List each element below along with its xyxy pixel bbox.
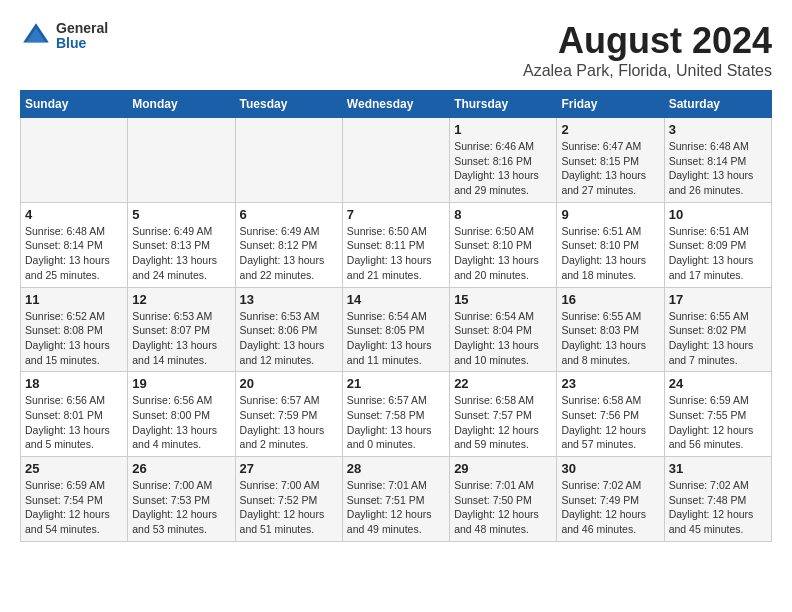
day-info: Sunrise: 6:55 AM Sunset: 8:02 PM Dayligh… [669,309,767,368]
calendar-cell: 7Sunrise: 6:50 AM Sunset: 8:11 PM Daylig… [342,202,449,287]
col-header-friday: Friday [557,91,664,118]
day-info: Sunrise: 6:55 AM Sunset: 8:03 PM Dayligh… [561,309,659,368]
day-number: 13 [240,292,338,307]
calendar-cell: 31Sunrise: 7:02 AM Sunset: 7:48 PM Dayli… [664,457,771,542]
day-number: 30 [561,461,659,476]
day-number: 8 [454,207,552,222]
day-number: 3 [669,122,767,137]
day-info: Sunrise: 6:59 AM Sunset: 7:54 PM Dayligh… [25,478,123,537]
day-number: 18 [25,376,123,391]
day-number: 16 [561,292,659,307]
calendar-cell [342,118,449,203]
day-number: 7 [347,207,445,222]
day-info: Sunrise: 6:59 AM Sunset: 7:55 PM Dayligh… [669,393,767,452]
day-info: Sunrise: 7:01 AM Sunset: 7:50 PM Dayligh… [454,478,552,537]
day-info: Sunrise: 6:56 AM Sunset: 8:00 PM Dayligh… [132,393,230,452]
day-number: 12 [132,292,230,307]
day-number: 22 [454,376,552,391]
day-info: Sunrise: 6:50 AM Sunset: 8:10 PM Dayligh… [454,224,552,283]
day-info: Sunrise: 7:00 AM Sunset: 7:52 PM Dayligh… [240,478,338,537]
day-number: 6 [240,207,338,222]
calendar-cell: 30Sunrise: 7:02 AM Sunset: 7:49 PM Dayli… [557,457,664,542]
day-info: Sunrise: 7:02 AM Sunset: 7:48 PM Dayligh… [669,478,767,537]
calendar-cell: 20Sunrise: 6:57 AM Sunset: 7:59 PM Dayli… [235,372,342,457]
calendar-cell: 5Sunrise: 6:49 AM Sunset: 8:13 PM Daylig… [128,202,235,287]
logo: General Blue [20,20,108,52]
calendar-cell: 23Sunrise: 6:58 AM Sunset: 7:56 PM Dayli… [557,372,664,457]
calendar-week-2: 4Sunrise: 6:48 AM Sunset: 8:14 PM Daylig… [21,202,772,287]
calendar-cell: 25Sunrise: 6:59 AM Sunset: 7:54 PM Dayli… [21,457,128,542]
calendar-week-5: 25Sunrise: 6:59 AM Sunset: 7:54 PM Dayli… [21,457,772,542]
calendar-cell: 12Sunrise: 6:53 AM Sunset: 8:07 PM Dayli… [128,287,235,372]
calendar-week-3: 11Sunrise: 6:52 AM Sunset: 8:08 PM Dayli… [21,287,772,372]
day-info: Sunrise: 6:46 AM Sunset: 8:16 PM Dayligh… [454,139,552,198]
day-number: 17 [669,292,767,307]
calendar-cell: 29Sunrise: 7:01 AM Sunset: 7:50 PM Dayli… [450,457,557,542]
day-info: Sunrise: 6:49 AM Sunset: 8:12 PM Dayligh… [240,224,338,283]
calendar-week-4: 18Sunrise: 6:56 AM Sunset: 8:01 PM Dayli… [21,372,772,457]
day-info: Sunrise: 6:53 AM Sunset: 8:07 PM Dayligh… [132,309,230,368]
day-info: Sunrise: 6:49 AM Sunset: 8:13 PM Dayligh… [132,224,230,283]
col-header-tuesday: Tuesday [235,91,342,118]
day-info: Sunrise: 6:56 AM Sunset: 8:01 PM Dayligh… [25,393,123,452]
day-info: Sunrise: 7:00 AM Sunset: 7:53 PM Dayligh… [132,478,230,537]
col-header-sunday: Sunday [21,91,128,118]
day-number: 29 [454,461,552,476]
day-number: 20 [240,376,338,391]
day-number: 10 [669,207,767,222]
day-info: Sunrise: 6:58 AM Sunset: 7:57 PM Dayligh… [454,393,552,452]
day-info: Sunrise: 6:57 AM Sunset: 7:58 PM Dayligh… [347,393,445,452]
calendar-cell: 15Sunrise: 6:54 AM Sunset: 8:04 PM Dayli… [450,287,557,372]
day-info: Sunrise: 6:51 AM Sunset: 8:09 PM Dayligh… [669,224,767,283]
calendar-cell: 18Sunrise: 6:56 AM Sunset: 8:01 PM Dayli… [21,372,128,457]
calendar-cell: 9Sunrise: 6:51 AM Sunset: 8:10 PM Daylig… [557,202,664,287]
page-title: August 2024 [523,20,772,62]
calendar-table: SundayMondayTuesdayWednesdayThursdayFrid… [20,90,772,542]
calendar-cell: 2Sunrise: 6:47 AM Sunset: 8:15 PM Daylig… [557,118,664,203]
page-subtitle: Azalea Park, Florida, United States [523,62,772,80]
day-info: Sunrise: 6:58 AM Sunset: 7:56 PM Dayligh… [561,393,659,452]
day-info: Sunrise: 6:50 AM Sunset: 8:11 PM Dayligh… [347,224,445,283]
col-header-thursday: Thursday [450,91,557,118]
day-info: Sunrise: 6:47 AM Sunset: 8:15 PM Dayligh… [561,139,659,198]
calendar-header-row: SundayMondayTuesdayWednesdayThursdayFrid… [21,91,772,118]
day-info: Sunrise: 6:48 AM Sunset: 8:14 PM Dayligh… [669,139,767,198]
day-info: Sunrise: 7:02 AM Sunset: 7:49 PM Dayligh… [561,478,659,537]
day-info: Sunrise: 6:51 AM Sunset: 8:10 PM Dayligh… [561,224,659,283]
day-info: Sunrise: 6:57 AM Sunset: 7:59 PM Dayligh… [240,393,338,452]
calendar-cell: 14Sunrise: 6:54 AM Sunset: 8:05 PM Dayli… [342,287,449,372]
day-number: 1 [454,122,552,137]
day-number: 4 [25,207,123,222]
col-header-wednesday: Wednesday [342,91,449,118]
day-number: 14 [347,292,445,307]
day-number: 11 [25,292,123,307]
col-header-saturday: Saturday [664,91,771,118]
logo-general: General [56,21,108,36]
calendar-cell: 13Sunrise: 6:53 AM Sunset: 8:06 PM Dayli… [235,287,342,372]
calendar-cell [21,118,128,203]
day-number: 9 [561,207,659,222]
calendar-cell: 1Sunrise: 6:46 AM Sunset: 8:16 PM Daylig… [450,118,557,203]
logo-icon [20,20,52,52]
calendar-cell: 17Sunrise: 6:55 AM Sunset: 8:02 PM Dayli… [664,287,771,372]
day-info: Sunrise: 6:48 AM Sunset: 8:14 PM Dayligh… [25,224,123,283]
day-number: 27 [240,461,338,476]
day-number: 31 [669,461,767,476]
calendar-cell: 11Sunrise: 6:52 AM Sunset: 8:08 PM Dayli… [21,287,128,372]
calendar-cell: 28Sunrise: 7:01 AM Sunset: 7:51 PM Dayli… [342,457,449,542]
calendar-cell: 16Sunrise: 6:55 AM Sunset: 8:03 PM Dayli… [557,287,664,372]
title-block: August 2024 Azalea Park, Florida, United… [523,20,772,80]
day-number: 28 [347,461,445,476]
logo-blue: Blue [56,36,108,51]
day-number: 2 [561,122,659,137]
calendar-cell: 10Sunrise: 6:51 AM Sunset: 8:09 PM Dayli… [664,202,771,287]
day-info: Sunrise: 7:01 AM Sunset: 7:51 PM Dayligh… [347,478,445,537]
day-number: 5 [132,207,230,222]
day-number: 25 [25,461,123,476]
col-header-monday: Monday [128,91,235,118]
day-info: Sunrise: 6:52 AM Sunset: 8:08 PM Dayligh… [25,309,123,368]
day-number: 19 [132,376,230,391]
page-header: General Blue August 2024 Azalea Park, Fl… [20,20,772,80]
logo-text: General Blue [56,21,108,52]
calendar-cell: 27Sunrise: 7:00 AM Sunset: 7:52 PM Dayli… [235,457,342,542]
